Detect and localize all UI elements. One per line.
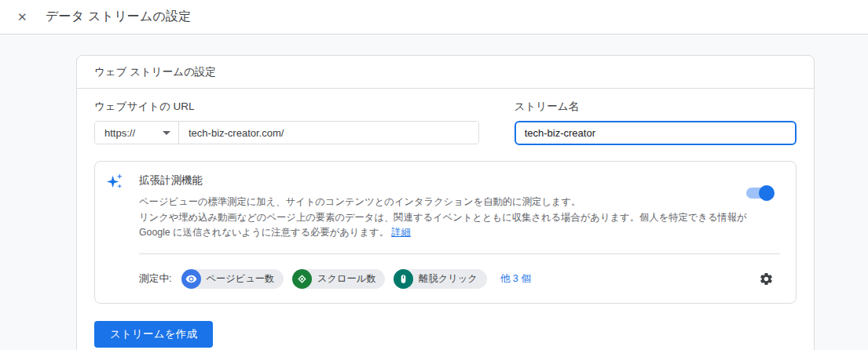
- eye-icon: [181, 269, 201, 289]
- chip-label: スクロール数: [317, 272, 375, 286]
- scroll-icon: [292, 269, 312, 289]
- website-url-input[interactable]: [179, 122, 478, 144]
- card-body: ウェブサイトの URL https:// ストリーム名: [77, 89, 814, 350]
- form-row: ウェブサイトの URL https:// ストリーム名: [94, 100, 797, 145]
- toggle-thumb: [759, 185, 775, 201]
- page-title: データ ストリームの設定: [46, 9, 191, 25]
- card-title: ウェブ ストリームの設定: [77, 56, 814, 89]
- chip-pageviews: ページビュー数: [181, 269, 284, 289]
- measuring-label: 測定中:: [139, 272, 172, 286]
- website-url-group: https://: [94, 121, 479, 144]
- chevron-down-icon: [163, 131, 170, 135]
- web-stream-settings-card: ウェブ ストリームの設定 ウェブサイトの URL https:// ストリーム名: [76, 55, 815, 350]
- close-icon[interactable]: ✕: [17, 10, 35, 24]
- stream-name-label: ストリーム名: [515, 100, 797, 114]
- gear-icon[interactable]: [759, 272, 774, 286]
- stream-name-input[interactable]: [515, 121, 797, 145]
- website-url-label: ウェブサイトの URL: [94, 100, 479, 114]
- description-line1: ページビューの標準測定に加え、サイトのコンテンツとのインタラクションを自動的に測…: [139, 196, 580, 207]
- protocol-select[interactable]: https://: [95, 122, 179, 144]
- description-line2: リンクや埋め込み動画などのページ上の要素のデータは、関連するイベントとともに収集…: [139, 212, 747, 239]
- chip-label: 離脱クリック: [419, 272, 477, 286]
- sparkle-icon: [106, 171, 139, 241]
- enhanced-measurement-toggle[interactable]: [746, 188, 773, 199]
- details-link[interactable]: 詳細: [391, 227, 411, 238]
- protocol-value: https://: [104, 127, 135, 139]
- outbound-click-icon: [394, 269, 413, 289]
- chip-scrolls: スクロール数: [292, 269, 385, 289]
- enhanced-measurement-title: 拡張計測機能: [139, 171, 777, 188]
- chip-outbound-clicks: 離脱クリック: [394, 269, 486, 289]
- enhanced-measurement-description: ページビューの標準測定に加え、サイトのコンテンツとのインタラクションを自動的に測…: [139, 195, 760, 241]
- enhanced-measurement-section: 拡張計測機能 ページビューの標準測定に加え、サイトのコンテンツとのインタラクショ…: [94, 161, 797, 304]
- create-stream-button[interactable]: ストリームを作成: [94, 321, 213, 348]
- more-events-link[interactable]: 他 3 個: [500, 272, 531, 286]
- chip-label: ページビュー数: [207, 272, 274, 286]
- modal-header: ✕ データ ストリームの設定: [0, 0, 868, 35]
- measuring-row: 測定中: ページビュー数: [95, 254, 796, 303]
- stream-name-field-group: ストリーム名: [515, 100, 797, 145]
- website-url-field-group: ウェブサイトの URL https://: [94, 100, 479, 145]
